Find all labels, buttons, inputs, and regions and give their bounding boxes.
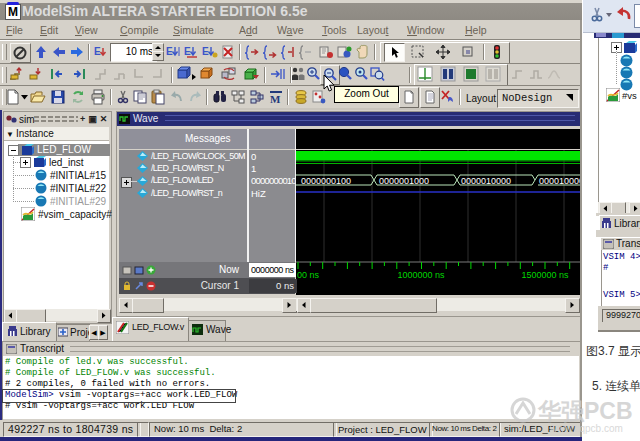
- svg-text:0000100000: 0000100000: [539, 176, 581, 186]
- svg-text:1000000 ns: 1000000 ns: [397, 270, 445, 280]
- svg-text:00 ns: 00 ns: [297, 270, 320, 280]
- svg-text:E: E: [94, 46, 101, 57]
- svg-text:华强PCB: 华强PCB: [537, 398, 633, 424]
- svg-text:0000001000: 0000001000: [379, 176, 429, 186]
- svg-text:0000000100: 0000000100: [301, 176, 351, 186]
- svg-text:M: M: [270, 93, 281, 105]
- svg-text:E: E: [166, 46, 173, 57]
- svg-text:1500000 ns: 1500000 ns: [521, 270, 569, 280]
- svg-text:0000010000: 0000010000: [461, 176, 511, 186]
- svg-text:E: E: [202, 46, 209, 57]
- svg-text:E: E: [184, 46, 191, 57]
- svg-text:www.hqpcb.com: www.hqpcb.com: [549, 423, 623, 434]
